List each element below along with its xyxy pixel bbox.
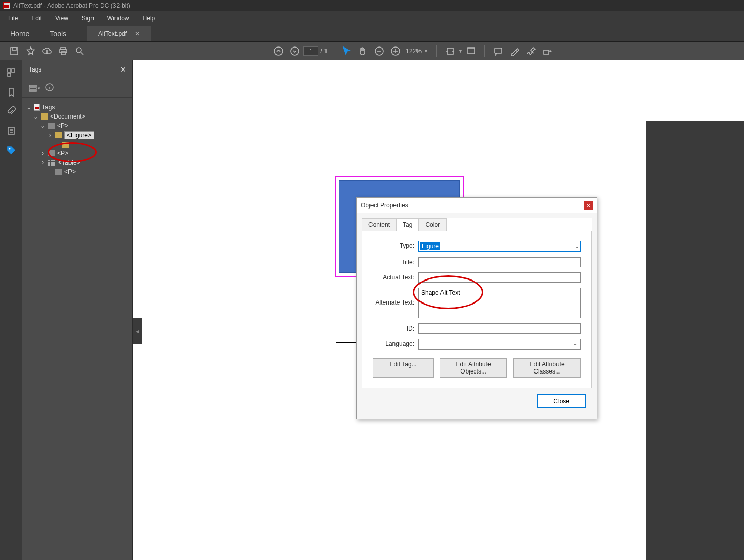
svg-rect-19 [29, 85, 36, 87]
menu-window[interactable]: Window [102, 14, 134, 23]
bookmarks-icon[interactable] [6, 87, 16, 97]
tag-icon [55, 169, 62, 175]
close-button[interactable]: Close [537, 394, 586, 408]
thumbnails-icon[interactable] [6, 67, 16, 78]
label-type: Type: [373, 241, 418, 249]
tree-document[interactable]: <Document> [50, 113, 85, 120]
search-icon[interactable] [75, 46, 85, 56]
hand-icon[interactable] [358, 46, 368, 56]
chevron-down-icon[interactable]: ⌄ [575, 244, 579, 249]
tab-tools[interactable]: Tools [39, 26, 77, 41]
cloud-icon[interactable] [42, 46, 52, 56]
edit-attribute-classes-button[interactable]: Edit Attribute Classes... [513, 358, 581, 378]
tab-strip: Home Tools AltText.pdf ✕ [0, 26, 744, 42]
star-icon[interactable] [26, 46, 36, 56]
title-input[interactable] [418, 257, 581, 267]
right-tools-pane [646, 121, 744, 560]
object-properties-dialog: Object Properties ✕ Content Tag Color Ty… [356, 197, 597, 419]
tab-document-label: AltText.pdf [98, 30, 127, 37]
tree-p3[interactable]: <P> [64, 168, 76, 175]
app-icon [3, 2, 10, 9]
alternate-text-input[interactable] [418, 288, 581, 318]
tree-root[interactable]: Tags [42, 104, 55, 111]
page-separator: / [320, 48, 322, 55]
fit-width-icon[interactable] [445, 46, 455, 56]
window-title: AltText.pdf - Adobe Acrobat Pro DC (32-b… [13, 2, 130, 9]
toolbar: / 1 122% ▼ ▼ [0, 42, 744, 60]
sign-icon[interactable] [526, 46, 536, 56]
tags-panel: Tags ✕ ▾ ⌄Tags ⌄<Document> ⌄<P> ›<Figure… [22, 60, 133, 560]
page-number-input[interactable] [303, 46, 318, 56]
svg-rect-15 [12, 69, 15, 72]
tree-p1[interactable]: <P> [57, 122, 68, 129]
close-tab-icon[interactable]: ✕ [135, 30, 140, 37]
tree-figure-selected[interactable]: <Figure> [64, 131, 94, 139]
svg-point-6 [274, 47, 283, 55]
svg-rect-3 [60, 50, 67, 53]
info-icon[interactable] [45, 83, 54, 93]
tag-icon [62, 142, 69, 148]
print-icon[interactable] [58, 46, 68, 56]
tag-icon [55, 132, 62, 138]
label-title: Title: [373, 257, 418, 266]
collapse-panel-handle[interactable]: ◂ [133, 318, 142, 344]
language-combobox[interactable] [418, 339, 581, 350]
tag-icon [48, 150, 55, 156]
tab-document[interactable]: AltText.pdf ✕ [87, 26, 151, 41]
svg-point-18 [9, 148, 10, 150]
menu-view[interactable]: View [50, 14, 74, 23]
menu-sign[interactable]: Sign [77, 14, 99, 23]
svg-rect-1 [12, 48, 16, 50]
content-panel-icon[interactable] [6, 126, 16, 136]
tab-home[interactable]: Home [0, 26, 39, 41]
attachments-icon[interactable] [6, 106, 16, 116]
dialog-title: Object Properties [361, 202, 408, 209]
svg-point-5 [76, 48, 81, 53]
edit-tag-button[interactable]: Edit Tag... [373, 358, 434, 378]
zoom-dropdown-icon[interactable]: ▼ [424, 49, 428, 54]
comment-icon[interactable] [493, 46, 503, 56]
fit-dropdown-icon[interactable]: ▼ [458, 49, 463, 54]
close-panel-icon[interactable]: ✕ [120, 65, 126, 74]
more-tools-icon[interactable] [542, 46, 552, 56]
menu-help[interactable]: Help [137, 14, 160, 23]
actual-text-input[interactable] [418, 272, 581, 283]
tab-color[interactable]: Color [418, 218, 447, 231]
menubar: File Edit View Sign Window Help [0, 11, 744, 26]
tag-icon [48, 123, 55, 129]
dialog-close-icon[interactable]: ✕ [584, 201, 593, 210]
label-alternate-text: Alternate Text: [373, 288, 418, 306]
options-menu-icon[interactable]: ▾ [29, 85, 40, 92]
selection-pointer-icon[interactable] [341, 46, 352, 56]
table-icon [48, 160, 55, 166]
menu-file[interactable]: File [3, 14, 23, 23]
type-value: Figure [420, 242, 440, 250]
menu-edit[interactable]: Edit [26, 14, 47, 23]
tree-table[interactable]: <Table> [58, 159, 80, 166]
id-input[interactable] [418, 323, 581, 334]
type-combobox[interactable]: Figure ⌄ [418, 241, 581, 252]
tags-panel-icon[interactable] [6, 145, 16, 155]
page-down-icon[interactable] [290, 46, 300, 56]
svg-rect-13 [544, 50, 549, 54]
svg-rect-4 [61, 52, 65, 55]
svg-rect-21 [29, 90, 36, 91]
zoom-level[interactable]: 122% [406, 48, 422, 55]
page-up-icon[interactable] [273, 46, 284, 56]
pdf-root-icon [34, 104, 40, 111]
tags-tree[interactable]: ⌄Tags ⌄<Document> ⌄<P> ›<Figure> ›<P> ›<… [22, 98, 132, 181]
tab-content[interactable]: Content [362, 218, 397, 231]
titlebar: AltText.pdf - Adobe Acrobat Pro DC (32-b… [0, 0, 744, 11]
navigation-rail [0, 60, 22, 560]
label-actual-text: Actual Text: [373, 272, 418, 281]
tree-p2[interactable]: <P> [57, 150, 68, 157]
read-mode-icon[interactable] [466, 46, 476, 56]
tab-tag[interactable]: Tag [396, 218, 419, 231]
zoom-in-icon[interactable] [390, 46, 401, 56]
edit-attribute-objects-button[interactable]: Edit Attribute Objects... [440, 358, 507, 378]
save-icon[interactable] [9, 46, 19, 56]
zoom-out-icon[interactable] [374, 46, 384, 56]
highlight-icon[interactable] [509, 46, 520, 56]
tag-icon [41, 113, 48, 120]
svg-rect-14 [8, 69, 11, 72]
